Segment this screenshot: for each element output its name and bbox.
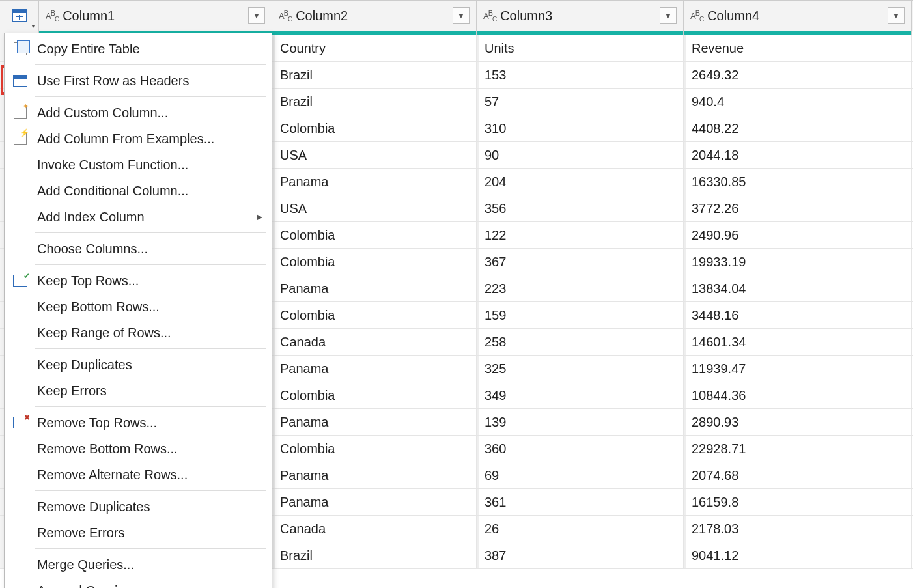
keep-rows-icon bbox=[13, 275, 27, 287]
cell-col4[interactable]: 3772.26 bbox=[684, 195, 912, 221]
cell-col2[interactable]: Panama bbox=[272, 409, 477, 435]
cell-col3[interactable]: 387 bbox=[477, 542, 684, 568]
menu-label: Keep Errors bbox=[37, 384, 262, 399]
cell-col3[interactable]: 139 bbox=[477, 409, 684, 435]
cell-col3[interactable]: 367 bbox=[477, 249, 684, 275]
menu-remove-top-rows[interactable]: Remove Top Rows... bbox=[5, 410, 272, 436]
cell-col4[interactable]: 10844.36 bbox=[684, 382, 912, 408]
menu-keep-bottom-rows[interactable]: Keep Bottom Rows... bbox=[5, 294, 272, 320]
text-type-icon: ABC bbox=[483, 9, 496, 23]
menu-remove-alternate-rows[interactable]: Remove Alternate Rows... bbox=[5, 462, 272, 488]
cell-col4[interactable]: 9041.12 bbox=[684, 542, 912, 568]
cell-col4[interactable]: 13834.04 bbox=[684, 275, 912, 301]
cell-col3[interactable]: 204 bbox=[477, 169, 684, 195]
cell-col4[interactable]: 22928.71 bbox=[684, 436, 912, 462]
cell-col2[interactable]: Country bbox=[272, 35, 477, 61]
cell-col2[interactable]: Colombia bbox=[272, 222, 477, 248]
cell-col2[interactable]: Panama bbox=[272, 275, 477, 301]
cell-col2[interactable]: Colombia bbox=[272, 302, 477, 328]
menu-keep-errors[interactable]: Keep Errors bbox=[5, 378, 272, 404]
column-header-3[interactable]: ABC Column3 ▼ bbox=[477, 1, 684, 31]
cell-col4[interactable]: 14601.34 bbox=[684, 329, 912, 355]
cell-col3[interactable]: 26 bbox=[477, 516, 684, 542]
cell-col3[interactable]: 325 bbox=[477, 356, 684, 382]
cell-col4[interactable]: 19933.19 bbox=[684, 249, 912, 275]
cell-col2[interactable]: USA bbox=[272, 142, 477, 168]
column-header-2[interactable]: ABC Column2 ▼ bbox=[272, 1, 477, 31]
menu-keep-duplicates[interactable]: Keep Duplicates bbox=[5, 352, 272, 378]
menu-label: Remove Alternate Rows... bbox=[37, 468, 262, 483]
cell-col3[interactable]: 153 bbox=[477, 62, 684, 88]
menu-label: Use First Row as Headers bbox=[37, 74, 262, 89]
cell-col2[interactable]: Colombia bbox=[272, 115, 477, 141]
cell-col4[interactable]: 2890.93 bbox=[684, 409, 912, 435]
cell-col2[interactable]: Panama bbox=[272, 489, 477, 515]
column-name: Column3 bbox=[500, 8, 656, 23]
cell-col2[interactable]: Panama bbox=[272, 169, 477, 195]
cell-col3[interactable]: 223 bbox=[477, 275, 684, 301]
column-filter-button[interactable]: ▼ bbox=[660, 7, 677, 24]
menu-add-custom-column[interactable]: Add Custom Column... bbox=[5, 100, 272, 126]
menu-append-queries[interactable]: Append Queries... bbox=[5, 578, 272, 588]
column-header-4[interactable]: ABC Column4 ▼ bbox=[684, 1, 912, 31]
cell-col2[interactable]: Colombia bbox=[272, 249, 477, 275]
menu-choose-columns[interactable]: Choose Columns... bbox=[5, 236, 272, 262]
cell-col3[interactable]: 122 bbox=[477, 222, 684, 248]
menu-label: Remove Bottom Rows... bbox=[37, 441, 262, 456]
column-filter-button[interactable]: ▼ bbox=[888, 7, 905, 24]
cell-col4[interactable]: 3448.16 bbox=[684, 302, 912, 328]
cell-col4[interactable]: 11939.47 bbox=[684, 356, 912, 382]
menu-copy-entire-table[interactable]: Copy Entire Table bbox=[5, 36, 272, 62]
cell-col4[interactable]: 940.4 bbox=[684, 89, 912, 115]
menu-invoke-custom-function[interactable]: Invoke Custom Function... bbox=[5, 152, 272, 178]
add-column-icon bbox=[14, 107, 27, 119]
cell-col2[interactable]: Colombia bbox=[272, 382, 477, 408]
menu-keep-range-of-rows[interactable]: Keep Range of Rows... bbox=[5, 320, 272, 346]
cell-col3[interactable]: 69 bbox=[477, 462, 684, 488]
cell-col4[interactable]: 2044.18 bbox=[684, 142, 912, 168]
menu-remove-duplicates[interactable]: Remove Duplicates bbox=[5, 494, 272, 520]
cell-col2[interactable]: Panama bbox=[272, 356, 477, 382]
cell-col2[interactable]: Brazil bbox=[272, 542, 477, 568]
menu-merge-queries[interactable]: Merge Queries... bbox=[5, 552, 272, 578]
cell-col2[interactable]: Canada bbox=[272, 329, 477, 355]
column-header-1[interactable]: ABC Column1 ▼ bbox=[39, 1, 272, 31]
cell-col3[interactable]: 258 bbox=[477, 329, 684, 355]
column-filter-button[interactable]: ▼ bbox=[248, 7, 265, 24]
menu-add-conditional-column[interactable]: Add Conditional Column... bbox=[5, 178, 272, 204]
cell-col3[interactable]: 360 bbox=[477, 436, 684, 462]
menu-label: Append Queries... bbox=[37, 583, 262, 589]
cell-col2[interactable]: Colombia bbox=[272, 436, 477, 462]
cell-col4[interactable]: 2490.96 bbox=[684, 222, 912, 248]
cell-col3[interactable]: 90 bbox=[477, 142, 684, 168]
cell-col4[interactable]: 2178.03 bbox=[684, 516, 912, 542]
cell-col4[interactable]: 16330.85 bbox=[684, 169, 912, 195]
cell-col2[interactable]: Canada bbox=[272, 516, 477, 542]
menu-label: Choose Columns... bbox=[37, 242, 262, 257]
table-menu-button[interactable]: ▼ bbox=[0, 1, 39, 31]
cell-col4[interactable]: 4408.22 bbox=[684, 115, 912, 141]
cell-col3[interactable]: 310 bbox=[477, 115, 684, 141]
menu-use-first-row-as-headers[interactable]: Use First Row as Headers bbox=[5, 68, 272, 94]
cell-col3[interactable]: 349 bbox=[477, 382, 684, 408]
headers-icon bbox=[13, 75, 27, 87]
cell-col4[interactable]: Revenue bbox=[684, 35, 912, 61]
cell-col2[interactable]: USA bbox=[272, 195, 477, 221]
menu-remove-bottom-rows[interactable]: Remove Bottom Rows... bbox=[5, 436, 272, 462]
cell-col3[interactable]: Units bbox=[477, 35, 684, 61]
cell-col3[interactable]: 361 bbox=[477, 489, 684, 515]
cell-col2[interactable]: Panama bbox=[272, 462, 477, 488]
cell-col2[interactable]: Brazil bbox=[272, 89, 477, 115]
cell-col4[interactable]: 2074.68 bbox=[684, 462, 912, 488]
menu-add-column-from-examples[interactable]: Add Column From Examples... bbox=[5, 126, 272, 152]
column-filter-button[interactable]: ▼ bbox=[453, 7, 470, 24]
cell-col4[interactable]: 2649.32 bbox=[684, 62, 912, 88]
cell-col4[interactable]: 16159.8 bbox=[684, 489, 912, 515]
cell-col3[interactable]: 159 bbox=[477, 302, 684, 328]
cell-col3[interactable]: 57 bbox=[477, 89, 684, 115]
cell-col3[interactable]: 356 bbox=[477, 195, 684, 221]
menu-remove-errors[interactable]: Remove Errors bbox=[5, 520, 272, 546]
cell-col2[interactable]: Brazil bbox=[272, 62, 477, 88]
menu-keep-top-rows[interactable]: Keep Top Rows... bbox=[5, 268, 272, 294]
menu-add-index-column[interactable]: Add Index Column ▶ bbox=[5, 204, 272, 230]
